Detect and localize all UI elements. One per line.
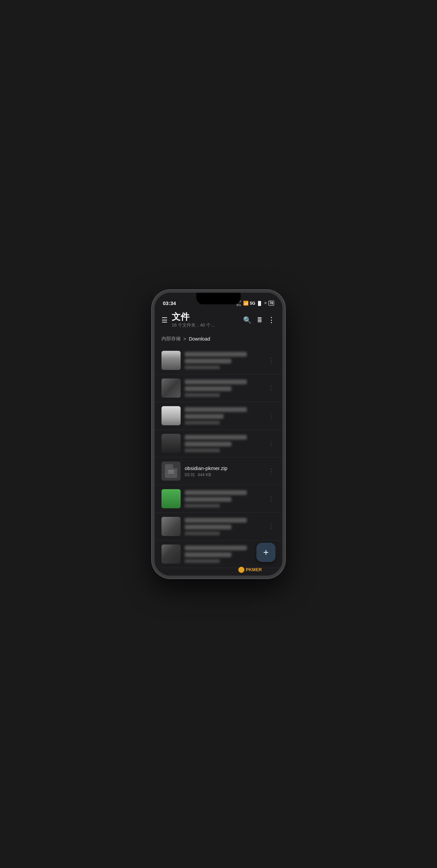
file-name-blurred-2 [185,525,231,529]
add-icon: + [263,548,269,557]
file-name-blurred-2 [185,442,231,446]
file-info [185,546,263,563]
status-time: 03:34 [163,300,176,306]
list-item-zip[interactable]: obsidian-pkmer.zip 03:31 444 KB ⋮ [155,457,282,485]
watermark-dot [238,567,244,573]
watermark: PKMER [238,567,262,573]
more-options-icon[interactable]: ⋮ [267,466,276,476]
file-name-blurred-2 [185,359,231,363]
breadcrumb: 内部存储 > Download [155,332,282,347]
file-info [185,380,263,397]
list-item[interactable]: ⋮ [155,402,282,430]
list-item[interactable]: ⋮ [155,347,282,374]
file-name-blurred-2 [185,414,224,419]
file-meta-blurred [185,532,220,535]
breadcrumb-parent[interactable]: 内部存储 [161,336,181,342]
page-title: 文件 [172,312,239,322]
more-options-icon[interactable]: ⋮ [267,383,276,393]
more-options-icon[interactable]: ⋮ [268,316,276,325]
file-name-blurred [185,546,247,550]
watermark-text: PKMER [246,567,262,572]
screen: 03:34 179B/s 📶 5G ▐▌ ✕ 78 ☰ 文件 16 个文件夹，4… [155,293,282,576]
file-info [185,352,263,369]
status-icons: 179B/s 📶 5G ▐▌ ✕ 78 [236,300,274,307]
file-meta-blurred [185,504,220,508]
file-thumbnail [161,406,181,425]
wifi-icon: 📶 [243,301,249,306]
zip-icon [165,464,177,478]
phone-frame: 03:34 179B/s 📶 5G ▐▌ ✕ 78 ☰ 文件 16 个文件夹，4… [152,290,285,578]
list-item[interactable]: ⋮ [155,513,282,540]
file-info [185,518,263,535]
battery-icon: 78 [268,301,274,306]
zip-thumbnail [161,461,181,481]
file-info [185,407,263,425]
list-item[interactable]: ⋮ [155,485,282,513]
file-name-blurred-2 [185,386,231,391]
page-subtitle: 16 个文件夹，40 个… [172,322,239,328]
file-thumbnail [161,434,181,453]
more-options-icon[interactable]: ⋮ [267,355,276,366]
file-info: obsidian-pkmer.zip 03:31 444 KB [185,465,263,477]
header-actions: 🔍 ≣ ⋮ [243,316,276,325]
list-item[interactable]: ⋮ [155,430,282,457]
file-info [185,490,263,508]
add-button[interactable]: + [256,543,276,562]
file-name-blurred-2 [185,497,231,502]
file-name-blurred [185,435,247,440]
more-options-icon[interactable]: ⋮ [267,438,276,449]
file-name: obsidian-pkmer.zip [185,465,263,471]
file-thumbnail [161,351,181,370]
file-meta-blurred [185,366,220,369]
signal-icon: 5G [250,301,255,306]
sort-icon[interactable]: ≣ [257,316,262,324]
file-name-blurred [185,380,247,384]
file-name-blurred [185,518,247,523]
status-bar: 03:34 179B/s 📶 5G ▐▌ ✕ 78 [155,293,282,309]
file-name-blurred-2 [185,552,231,557]
file-info [185,435,263,452]
menu-icon[interactable]: ☰ [161,316,168,324]
file-thumbnail [161,378,181,398]
more-options-icon[interactable]: ⋮ [267,411,276,421]
file-thumbnail [161,545,181,564]
breadcrumb-separator: > [183,336,186,342]
file-thumbnail [161,517,181,536]
file-meta-blurred [185,421,220,425]
more-options-icon[interactable]: ⋮ [267,494,276,504]
file-thumbnail [161,489,181,508]
file-meta-blurred [185,393,220,397]
file-size: 444 KB [198,472,211,477]
header: ☰ 文件 16 个文件夹，40 个… 🔍 ≣ ⋮ [155,309,282,333]
header-title-area: 文件 16 个文件夹，40 个… [172,312,239,329]
status-speed: 179B/s [236,300,241,307]
signal-bars: ▐▌ [257,301,263,306]
more-options-icon[interactable]: ⋮ [267,521,276,532]
file-time: 03:31 [185,472,195,477]
file-name-blurred [185,407,247,412]
file-meta: 03:31 444 KB [185,472,263,477]
list-item[interactable]: ⋮ [155,374,282,402]
file-meta-blurred [185,559,220,563]
search-icon[interactable]: 🔍 [243,316,252,324]
file-list: ⋮ ⋮ [155,347,282,568]
file-name-blurred [185,490,247,495]
sim-x-icon: ✕ [264,301,267,305]
file-name-blurred [185,352,247,357]
breadcrumb-current: Download [189,336,210,342]
file-meta-blurred [185,449,220,452]
